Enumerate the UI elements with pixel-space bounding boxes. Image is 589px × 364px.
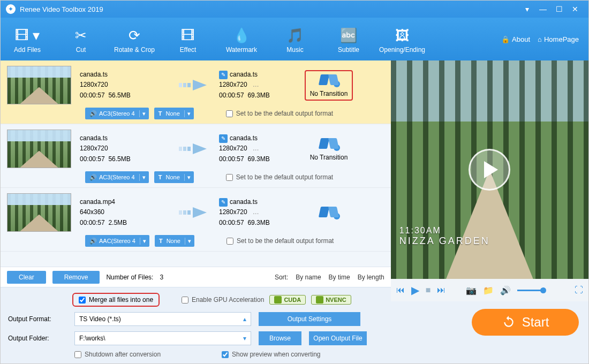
output-format-select[interactable]: TS Video (*.ts) ▴ — [74, 312, 251, 326]
audio-track-select[interactable]: 🔊AC3(Stereo 4▾ — [85, 108, 149, 119]
start-label: Start — [522, 315, 549, 330]
toolbar-add-files[interactable]: 🎞 ▾Add Files — [1, 25, 54, 54]
browse-button[interactable]: Browse — [259, 331, 301, 345]
file-count-value: 3 — [160, 274, 163, 281]
output-filename: canada.ts — [230, 197, 258, 207]
merge-checkbox-input[interactable] — [79, 297, 86, 304]
chevron-down-icon[interactable]: ▾ — [184, 174, 194, 181]
homepage-link[interactable]: ⌂ HomePage — [538, 35, 579, 43]
cuda-badge: CUDA — [269, 295, 306, 305]
minimize-button[interactable]: — — [535, 5, 551, 13]
chevron-down-icon[interactable]: ▾ — [139, 110, 149, 117]
more-icon[interactable]: … — [253, 208, 259, 216]
default-format-checkbox[interactable]: Set to be the default output format — [226, 237, 334, 245]
shutdown-checkbox[interactable]: Shutdown after conversion — [74, 351, 161, 358]
file-row[interactable]: canada.ts1280x72000:00:57 56.5MB✎canada.… — [1, 60, 391, 124]
output-duration-size: 00:00:57 69.3MB — [219, 218, 305, 228]
default-format-label: Set to be the default output format — [236, 110, 333, 117]
play-button[interactable] — [469, 149, 510, 191]
chevron-down-icon[interactable]: ▾ — [140, 238, 149, 245]
toolbar-label: Cut — [54, 46, 108, 54]
output-folder-label: Output Folder: — [8, 335, 67, 342]
chevron-down-icon[interactable]: ▾ — [185, 238, 194, 245]
app-title: Renee Video Toolbox 2019 — [20, 5, 103, 13]
toolbar-effect[interactable]: 🎞Effect — [161, 25, 215, 54]
maximize-button[interactable]: ☐ — [551, 5, 567, 13]
next-button[interactable]: ⏭ — [437, 285, 445, 295]
shutdown-checkbox-input[interactable] — [74, 351, 81, 358]
sort-by-name[interactable]: By name — [296, 274, 321, 281]
shutdown-label: Shutdown after conversion — [85, 351, 161, 358]
close-button[interactable]: ✕ — [567, 5, 583, 13]
audio-track-select[interactable]: 🔊AC3(Stereo 4▾ — [85, 171, 149, 183]
open-folder-icon[interactable]: 📁 — [483, 285, 494, 295]
toolbar-label: Rotate & Crop — [108, 46, 161, 54]
audio-track-select[interactable]: 🔊AAC(Stereo 4▾ — [85, 235, 149, 247]
subtitle-select[interactable]: T None▾ — [154, 171, 194, 183]
output-settings-button[interactable]: Output Settings — [259, 312, 360, 326]
toolbar-subtitle[interactable]: 🔤Subtitle — [322, 25, 375, 54]
speaker-icon: 🔊 — [89, 110, 97, 117]
chevron-down-icon[interactable]: ▾ — [184, 110, 194, 117]
fullscreen-button[interactable]: ⛶ — [575, 285, 583, 295]
output-duration-size: 00:00:57 69.3MB — [219, 154, 305, 164]
output-resolution: 1280x720 — [219, 208, 247, 216]
file-count-label: Number of Files: — [106, 274, 153, 281]
edit-icon[interactable]: ✎ — [219, 71, 228, 79]
output-folder-select[interactable]: F:\works\ ▾ — [74, 331, 251, 345]
gpu-checkbox-input[interactable] — [182, 297, 188, 304]
more-icon[interactable]: … — [253, 81, 259, 88]
source-filename: canada.mp4 — [80, 197, 171, 207]
output-resolution: 1280x720 — [219, 145, 247, 152]
transition-button[interactable]: +No Transition — [305, 70, 353, 101]
snapshot-button[interactable]: 📷 — [466, 285, 477, 295]
about-link[interactable]: 🔒 About — [501, 35, 530, 43]
toolbar-watermark[interactable]: 💧Watermark — [215, 25, 268, 54]
open-output-folder-button[interactable]: Open Output File — [309, 331, 367, 345]
toolbar-rotate-crop[interactable]: ⟳Rotate & Crop — [108, 25, 161, 54]
text-icon: T — [159, 238, 163, 244]
remove-button[interactable]: Remove — [52, 271, 100, 284]
toolbar-cut[interactable]: ✂Cut — [54, 25, 108, 54]
stop-button[interactable]: ■ — [426, 285, 431, 295]
gpu-checkbox[interactable]: Enable GPU Acceleration — [182, 296, 264, 304]
show-preview-checkbox[interactable]: Show preview when converting — [222, 351, 320, 358]
svg-rect-1 — [183, 83, 186, 87]
dropdown-icon[interactable]: ▾ — [519, 5, 535, 13]
play-small-button[interactable]: ▶ — [411, 284, 419, 297]
volume-icon[interactable]: 🔊 — [500, 285, 511, 295]
sort-by-time[interactable]: By time — [329, 274, 350, 281]
speaker-icon: 🔊 — [89, 174, 97, 181]
toolbar-music[interactable]: 🎵Music — [268, 25, 322, 54]
output-filename: canada.ts — [230, 133, 258, 143]
edit-icon[interactable]: ✎ — [219, 134, 228, 143]
clear-button[interactable]: Clear — [7, 271, 46, 284]
prev-button[interactable]: ⏮ — [396, 285, 405, 295]
more-icon[interactable]: … — [253, 145, 259, 152]
svg-rect-0 — [179, 83, 182, 87]
chevron-down-icon[interactable]: ▾ — [139, 174, 149, 181]
transition-button[interactable]: + — [305, 206, 353, 220]
subtitle-select[interactable]: T None▾ — [155, 235, 194, 247]
preview-title-text: NIZZA GARDEN — [399, 236, 490, 247]
file-row[interactable]: canada.ts1280x72000:00:57 56.5MB✎canada.… — [1, 124, 391, 188]
main-toolbar: 🎞 ▾Add Files✂Cut⟳Rotate & Crop🎞Effect💧Wa… — [1, 18, 588, 60]
file-row[interactable]: canada.mp4640x36000:00:57 2.5MB✎canada.t… — [1, 188, 391, 252]
default-format-checkbox[interactable]: Set to be the default output format — [226, 110, 333, 117]
transition-icon: + — [320, 206, 338, 218]
toolbar-icon: 🎞 ▾ — [1, 25, 54, 46]
volume-slider[interactable] — [517, 290, 544, 291]
default-format-checkbox[interactable]: Set to be the default output format — [226, 173, 333, 181]
toolbar-icon: 🖼 — [375, 25, 429, 46]
transition-button[interactable]: +No Transition — [305, 137, 353, 161]
svg-rect-6 — [187, 147, 191, 151]
merge-checkbox[interactable]: Merge all files into one — [72, 293, 160, 307]
start-button[interactable]: Start — [472, 309, 579, 336]
edit-icon[interactable]: ✎ — [219, 198, 228, 207]
show-preview-checkbox-input[interactable] — [222, 351, 229, 358]
options-panel: Merge all files into one Enable GPU Acce… — [1, 287, 391, 364]
output-folder-value: F:\works\ — [79, 335, 105, 342]
toolbar-opening-ending[interactable]: 🖼Opening/Ending — [375, 25, 429, 54]
subtitle-select[interactable]: T None▾ — [154, 108, 194, 119]
sort-by-length[interactable]: By length — [358, 274, 384, 281]
